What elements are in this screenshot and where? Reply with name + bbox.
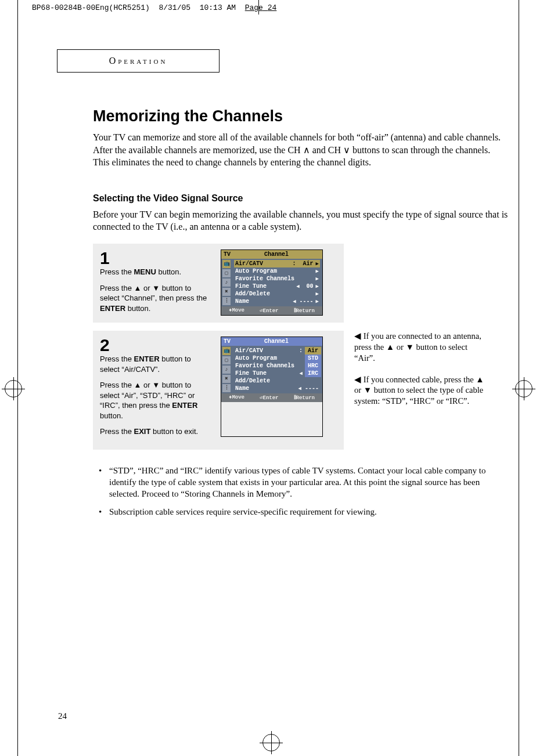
step-1-block: 1 Press the MENU button. Press the ▲ or … xyxy=(93,244,344,323)
print-file: BP68-00284B-00Eng(HCR5251) xyxy=(32,3,150,12)
osd2-opt-air: Air xyxy=(305,347,321,355)
osd2-opt-hrc: HRC xyxy=(305,362,321,370)
osd1-title: Channel xyxy=(264,251,289,258)
step-2-block: 2 Press the ENTER button to select “Air/… xyxy=(93,331,344,450)
tv-icon: 📺 xyxy=(222,260,231,268)
tv-icon: 📺 xyxy=(222,347,231,355)
sound-icon: ♪ xyxy=(222,278,231,287)
step-2-line-2: Press the ▲ or ▼ button to select “Air”,… xyxy=(100,380,210,421)
setup-icon: ✖ xyxy=(222,375,231,383)
print-time: 10:13 AM xyxy=(200,3,236,12)
registration-mark-right xyxy=(515,380,533,397)
registration-mark-left xyxy=(5,380,22,397)
page-title: Memorizing the Channels xyxy=(93,107,508,125)
sound-icon: ♪ xyxy=(222,366,231,374)
osd2-option-stack: Air STD HRC IRC xyxy=(305,347,321,377)
page-number: 24 xyxy=(58,711,67,721)
side-notes: ◀ If you are connected to an antenna, pr… xyxy=(354,331,488,417)
crop-mark-right xyxy=(519,0,519,756)
step-1-line-2: Press the ▲ or ▼ button to select “Chann… xyxy=(100,283,210,314)
osd1-row-adddelete: Add/Delete▶ xyxy=(234,290,320,298)
step-2-line-3: Press the EXIT button to exit. xyxy=(100,426,210,437)
pip-icon: ▢ xyxy=(222,269,231,277)
osd-foot-return: ⅡReturn xyxy=(294,308,315,314)
bullet-1: “STD”, “HRC” and “IRC” identify various … xyxy=(109,465,508,500)
step-2-number: 2 xyxy=(100,337,210,354)
side-note-2: ◀ If you connected cable, press the ▲ or… xyxy=(354,374,488,407)
osd1-icon-column: 📺 ▢ ♪ ✖ ⋮ xyxy=(221,259,232,306)
intro-paragraph: Your TV can memorize and store all of th… xyxy=(93,131,508,169)
osd1-row-finetune: Fine Tune◀ 00▶ xyxy=(234,283,320,290)
sub-heading: Selecting the Video Signal Source xyxy=(93,193,508,204)
osd2-opt-std: STD xyxy=(305,355,321,362)
osd2-tv: TV xyxy=(224,338,231,345)
osd2-opt-irc: IRC xyxy=(305,370,321,377)
step-2-line-1: Press the ENTER button to select “Air/CA… xyxy=(100,354,210,374)
setup-icon: ✖ xyxy=(222,288,231,296)
print-header: BP68-00284B-00Eng(HCR5251) 8/31/05 10:13… xyxy=(32,3,276,12)
osd-foot-return: ⅡReturn xyxy=(294,395,315,401)
osd2-row-adddelete: Add/Delete xyxy=(234,377,320,385)
equalizer-icon: ⋮ xyxy=(222,297,231,305)
step-2-text: 2 Press the ENTER button to select “Air/… xyxy=(100,337,210,437)
osd-foot-move: ♦Move xyxy=(229,395,244,401)
side-note-1: ◀ If you are connected to an antenna, pr… xyxy=(354,331,488,364)
step-1-line-1: Press the MENU button. xyxy=(100,267,210,277)
step-1-number: 1 xyxy=(100,249,210,267)
osd-screenshot-1: TVChannel 📺 ▢ ♪ ✖ ⋮ Air/CATV: Air▶ Auto … xyxy=(221,249,323,316)
osd-foot-enter: ⏎Enter xyxy=(260,395,278,401)
osd-screenshot-2: TVChannel 📺 ▢ ♪ ✖ ⋮ Air/CATV: Auto Progr… xyxy=(221,337,323,437)
page-content: Operation Memorizing the Channels Your T… xyxy=(55,49,508,523)
chapter-label: Operation xyxy=(57,49,220,73)
sub-intro-paragraph: Before your TV can begin memorizing the … xyxy=(93,208,508,233)
osd2-title: Channel xyxy=(264,338,289,345)
osd2-icon-column: 📺 ▢ ♪ ✖ ⋮ xyxy=(221,346,232,393)
osd-foot-move: ♦Move xyxy=(229,308,244,314)
bullet-list: “STD”, “HRC” and “IRC” identify various … xyxy=(93,465,508,518)
osd2-footer: ♦Move ⏎Enter ⅡReturn xyxy=(221,393,322,402)
registration-mark-bottom xyxy=(262,734,280,751)
osd1-row-autoprogram: Auto Program▶ xyxy=(234,267,320,275)
pip-icon: ▢ xyxy=(222,356,231,364)
print-page-label: Page xyxy=(245,3,263,12)
chapter-text: Operation xyxy=(109,56,168,66)
osd1-tv: TV xyxy=(224,251,231,258)
osd1-row-favorite: Favorite Channels▶ xyxy=(234,275,320,283)
osd1-row-name: Name◀ ----▶ xyxy=(234,298,320,305)
osd-foot-enter: ⏎Enter xyxy=(260,308,278,314)
osd1-footer: ♦Move ⏎Enter ⅡReturn xyxy=(221,306,322,315)
print-date: 8/31/05 xyxy=(159,3,190,12)
bullet-2: Subscription cable services require serv… xyxy=(109,506,508,518)
print-page-num: 24 xyxy=(268,3,277,12)
step-1-text: 1 Press the MENU button. Press the ▲ or … xyxy=(100,249,210,316)
osd1-row-aircatv: Air/CATV: Air▶ xyxy=(234,260,320,267)
crop-mark-left xyxy=(17,0,18,756)
equalizer-icon: ⋮ xyxy=(222,384,231,392)
osd2-row-name: Name◀ ---- xyxy=(234,385,320,392)
